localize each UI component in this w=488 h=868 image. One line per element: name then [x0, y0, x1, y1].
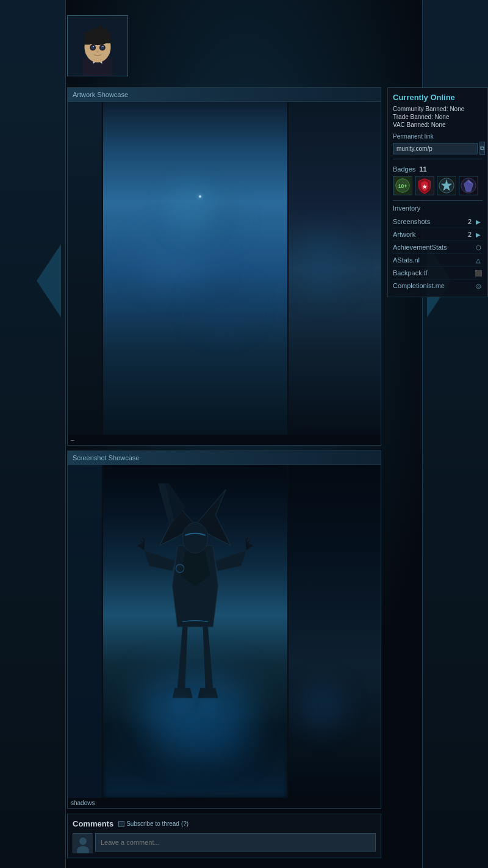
artwork-cell-right[interactable]: [289, 102, 381, 435]
community-banned-value: None: [450, 106, 464, 112]
artwork-row[interactable]: Artwork 2 ▶: [393, 228, 483, 241]
subscribe-checkbox[interactable]: [118, 821, 124, 827]
screenshot-cell-right[interactable]: [289, 465, 381, 798]
artwork-count: 2: [468, 231, 472, 238]
trade-banned-value: None: [435, 114, 450, 120]
backpack-row[interactable]: Backpack.tf ⬛: [393, 267, 483, 280]
svg-point-18: [182, 523, 208, 553]
artwork-icon: ▶: [474, 230, 483, 239]
svg-point-15: [93, 46, 94, 47]
avatar-container: [67, 15, 128, 76]
warframe-figure: [134, 483, 256, 740]
completionist-label: Completionist.me: [393, 282, 445, 289]
permanent-link-label: Permanent link: [393, 133, 483, 140]
achievementstats-icon: ⬡: [474, 243, 483, 251]
astats-label: AStats.nl: [393, 256, 420, 264]
artwork-grid: [68, 102, 381, 435]
screenshots-value: 2 ▶: [468, 217, 483, 226]
permanent-link-row: ⧉: [393, 142, 483, 155]
svg-text:★: ★: [422, 184, 428, 190]
badge-gem[interactable]: [459, 176, 478, 195]
badges-label: Badges: [393, 165, 415, 173]
deco-left-chevron: [37, 244, 61, 317]
main-content: Artwork Showcase: [67, 0, 488, 858]
vac-banned-label: VAC Banned:: [393, 121, 429, 128]
screenshots-row[interactable]: Screenshots 2 ▶: [393, 215, 483, 228]
trade-ban-info: Trade Banned: None: [393, 114, 483, 120]
right-column: Currently Online Community Banned: None …: [387, 87, 488, 297]
avatar: [68, 16, 127, 76]
screenshot-caption: shadows: [68, 798, 381, 808]
avatar-image: [68, 16, 127, 76]
svg-point-17: [96, 51, 99, 52]
commenter-avatar: [73, 833, 92, 853]
badges-count: 11: [419, 165, 426, 173]
profile-header: [67, 6, 488, 82]
vac-banned-value: None: [431, 121, 446, 128]
divider-2: [393, 200, 483, 201]
svg-point-13: [91, 46, 95, 50]
divider-1: [393, 159, 483, 159]
artwork-value: 2 ▶: [468, 230, 483, 239]
screenshot-cell-main[interactable]: [103, 465, 289, 798]
comment-input[interactable]: [95, 833, 376, 852]
bg-left-panel: [0, 0, 66, 868]
screenshot-cell-left[interactable]: [68, 465, 103, 798]
screenshots-label: Screenshots: [393, 218, 430, 225]
artwork-showcase-title: Artwork Showcase: [68, 88, 381, 102]
astats-row[interactable]: AStats.nl △: [393, 254, 483, 267]
completionist-row[interactable]: Completionist.me ◎: [393, 280, 483, 292]
screenshot-grid: [68, 465, 381, 798]
inventory-header: Inventory: [393, 204, 483, 212]
achievementstats-value: ⬡: [474, 243, 483, 251]
artwork-showcase-section: Artwork Showcase: [67, 87, 381, 446]
badges-header: Badges 11: [393, 165, 483, 173]
comments-header: Comments Subscribe to thread (?): [73, 819, 376, 828]
svg-point-23: [79, 837, 87, 845]
achievementstats-row[interactable]: AchievementStats ⬡: [393, 241, 483, 254]
completionist-value: ◎: [474, 281, 483, 290]
achievementstats-label: AchievementStats: [393, 244, 447, 251]
comment-input-row: [73, 833, 376, 853]
svg-point-16: [102, 46, 104, 47]
screenshot-showcase-title: Screenshot Showcase: [68, 451, 381, 465]
backpack-icon: ⬛: [474, 269, 483, 277]
svg-point-21: [203, 698, 218, 714]
comments-section: Comments Subscribe to thread (?): [67, 814, 381, 858]
svg-rect-6: [84, 32, 90, 45]
astats-value: △: [474, 256, 483, 264]
backpack-value: ⬛: [474, 269, 483, 277]
community-ban-info: Community Banned: None: [393, 106, 483, 112]
artwork-cell-main[interactable]: [103, 102, 289, 435]
badges-row: 10+ ★: [393, 176, 483, 195]
artwork-caption: –: [68, 435, 381, 445]
page-wrapper: Artwork Showcase: [0, 0, 488, 868]
status-panel: Currently Online Community Banned: None …: [387, 87, 488, 297]
svg-point-14: [101, 46, 104, 50]
subscribe-count: (?): [181, 820, 188, 827]
copy-link-button[interactable]: ⧉: [479, 142, 485, 155]
subscribe-text: Subscribe to thread: [126, 820, 179, 827]
subscribe-label: Subscribe to thread (?): [118, 820, 188, 827]
status-online: Currently Online: [393, 93, 483, 102]
badge-star[interactable]: [437, 176, 456, 195]
trade-banned-label: Trade Banned:: [393, 114, 433, 120]
community-banned-label: Community Banned:: [393, 106, 448, 112]
vac-ban-info: VAC Banned: None: [393, 121, 483, 128]
artwork-label: Artwork: [393, 231, 415, 238]
left-column: Artwork Showcase: [67, 87, 381, 858]
artwork-cell-left[interactable]: [68, 102, 103, 435]
svg-point-20: [170, 693, 190, 713]
badge-shield[interactable]: ★: [415, 176, 434, 195]
screenshots-count: 2: [468, 218, 472, 225]
screenshot-title-text: Screenshot Showcase: [73, 454, 139, 461]
badge-years-service[interactable]: 10+: [393, 176, 412, 195]
backpack-label: Backpack.tf: [393, 269, 428, 277]
copy-icon: ⧉: [480, 145, 484, 152]
comments-title: Comments: [73, 819, 113, 828]
content-layout: Artwork Showcase: [67, 87, 488, 858]
svg-text:10+: 10+: [398, 183, 407, 189]
permanent-link-input[interactable]: [393, 143, 478, 154]
screenshot-caption-text: shadows: [71, 800, 95, 806]
screenshot-icon: ▶: [474, 217, 483, 226]
